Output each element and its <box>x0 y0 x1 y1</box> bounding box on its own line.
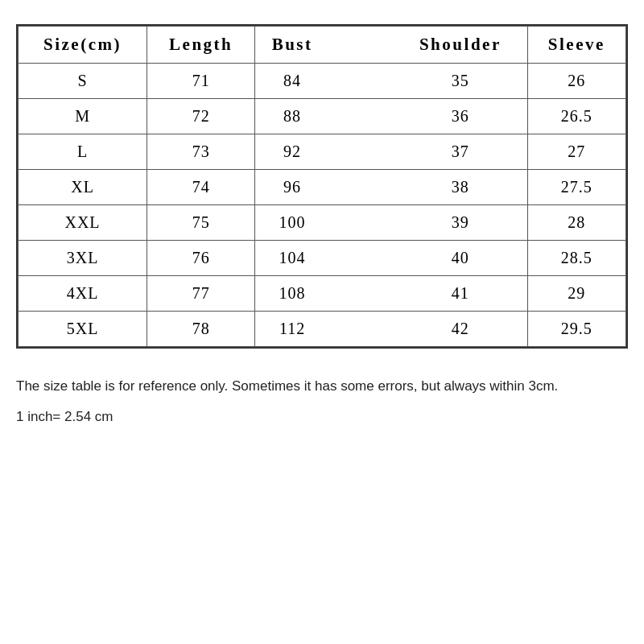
col-header-1: Length <box>147 27 255 64</box>
table-row: 3XL761044028.5 <box>19 241 626 276</box>
table-header-row: Size(cm)LengthBustShoulderSleeve <box>19 27 626 64</box>
cell-r6-c0: 4XL <box>19 276 147 312</box>
cell-r2-c4: 37 <box>394 134 527 170</box>
col-header-3 <box>329 27 394 64</box>
cell-r2-c3 <box>329 134 394 170</box>
cell-r5-c2: 104 <box>255 241 329 276</box>
cell-r1-c3 <box>329 99 394 134</box>
cell-r4-c5: 28 <box>527 205 625 241</box>
cell-r0-c0: S <box>19 64 147 99</box>
cell-r2-c5: 27 <box>527 134 625 170</box>
cell-r1-c4: 36 <box>394 99 527 134</box>
cell-r7-c4: 42 <box>394 312 527 347</box>
size-table-container: Size(cm)LengthBustShoulderSleeve S718435… <box>16 24 628 349</box>
cell-r7-c0: 5XL <box>19 312 147 347</box>
table-row: XXL751003928 <box>19 205 626 241</box>
cell-r3-c5: 27.5 <box>527 170 625 205</box>
cell-r4-c3 <box>329 205 394 241</box>
col-header-4: Shoulder <box>394 27 527 64</box>
cell-r3-c2: 96 <box>255 170 329 205</box>
cell-r0-c1: 71 <box>147 64 255 99</box>
cell-r6-c1: 77 <box>147 276 255 312</box>
col-header-5: Sleeve <box>527 27 625 64</box>
cell-r0-c3 <box>329 64 394 99</box>
table-row: 5XL781124229.5 <box>19 312 626 347</box>
cell-r7-c3 <box>329 312 394 347</box>
cell-r5-c0: 3XL <box>19 241 147 276</box>
cell-r6-c5: 29 <box>527 276 625 312</box>
cell-r2-c1: 73 <box>147 134 255 170</box>
table-row: M72883626.5 <box>19 99 626 134</box>
cell-r3-c3 <box>329 170 394 205</box>
cell-r4-c4: 39 <box>394 205 527 241</box>
cell-r0-c5: 26 <box>527 64 625 99</box>
table-row: XL74963827.5 <box>19 170 626 205</box>
footer-line2: 1 inch= 2.54 cm <box>16 403 628 431</box>
cell-r6-c2: 108 <box>255 276 329 312</box>
cell-r6-c3 <box>329 276 394 312</box>
cell-r3-c4: 38 <box>394 170 527 205</box>
cell-r6-c4: 41 <box>394 276 527 312</box>
cell-r7-c1: 78 <box>147 312 255 347</box>
table-row: 4XL771084129 <box>19 276 626 312</box>
cell-r1-c1: 72 <box>147 99 255 134</box>
footer-line1: The size table is for reference only. So… <box>16 373 628 400</box>
cell-r5-c1: 76 <box>147 241 255 276</box>
cell-r0-c2: 84 <box>255 64 329 99</box>
cell-r4-c0: XXL <box>19 205 147 241</box>
cell-r5-c3 <box>329 241 394 276</box>
cell-r0-c4: 35 <box>394 64 527 99</box>
cell-r4-c2: 100 <box>255 205 329 241</box>
cell-r1-c2: 88 <box>255 99 329 134</box>
cell-r1-c0: M <box>19 99 147 134</box>
size-table: Size(cm)LengthBustShoulderSleeve S718435… <box>18 26 626 347</box>
cell-r2-c2: 92 <box>255 134 329 170</box>
footer-notes: The size table is for reference only. So… <box>16 373 628 434</box>
cell-r4-c1: 75 <box>147 205 255 241</box>
cell-r3-c0: XL <box>19 170 147 205</box>
cell-r3-c1: 74 <box>147 170 255 205</box>
cell-r5-c5: 28.5 <box>527 241 625 276</box>
cell-r7-c2: 112 <box>255 312 329 347</box>
cell-r7-c5: 29.5 <box>527 312 625 347</box>
table-row: S71843526 <box>19 64 626 99</box>
col-header-2: Bust <box>255 27 329 64</box>
cell-r5-c4: 40 <box>394 241 527 276</box>
cell-r2-c0: L <box>19 134 147 170</box>
cell-r1-c5: 26.5 <box>527 99 625 134</box>
table-row: L73923727 <box>19 134 626 170</box>
col-header-0: Size(cm) <box>19 27 147 64</box>
